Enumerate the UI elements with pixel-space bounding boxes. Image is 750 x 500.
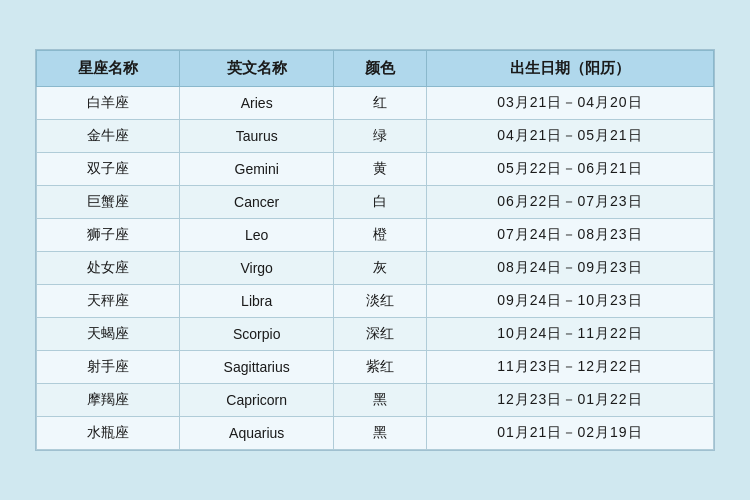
cell-zh-name: 天秤座 <box>37 285 180 318</box>
cell-zh-name: 狮子座 <box>37 219 180 252</box>
cell-date: 10月24日－11月22日 <box>426 318 713 351</box>
cell-zh-name: 双子座 <box>37 153 180 186</box>
table-row: 巨蟹座Cancer白06月22日－07月23日 <box>37 186 714 219</box>
cell-color: 淡红 <box>334 285 427 318</box>
table-header-row: 星座名称 英文名称 颜色 出生日期（阳历） <box>37 51 714 87</box>
cell-color: 白 <box>334 186 427 219</box>
cell-date: 11月23日－12月22日 <box>426 351 713 384</box>
cell-color: 橙 <box>334 219 427 252</box>
cell-color: 黑 <box>334 417 427 450</box>
cell-zh-name: 白羊座 <box>37 87 180 120</box>
table-row: 处女座Virgo灰08月24日－09月23日 <box>37 252 714 285</box>
table-row: 天秤座Libra淡红09月24日－10月23日 <box>37 285 714 318</box>
cell-zh-name: 射手座 <box>37 351 180 384</box>
cell-zh-name: 巨蟹座 <box>37 186 180 219</box>
table-row: 水瓶座Aquarius黑01月21日－02月19日 <box>37 417 714 450</box>
zodiac-table-container: 星座名称 英文名称 颜色 出生日期（阳历） 白羊座Aries红03月21日－04… <box>35 49 715 451</box>
cell-date: 12月23日－01月22日 <box>426 384 713 417</box>
cell-en-name: Capricorn <box>180 384 334 417</box>
cell-color: 红 <box>334 87 427 120</box>
table-row: 白羊座Aries红03月21日－04月20日 <box>37 87 714 120</box>
cell-color: 黄 <box>334 153 427 186</box>
cell-date: 06月22日－07月23日 <box>426 186 713 219</box>
cell-en-name: Virgo <box>180 252 334 285</box>
cell-date: 07月24日－08月23日 <box>426 219 713 252</box>
cell-en-name: Scorpio <box>180 318 334 351</box>
cell-en-name: Taurus <box>180 120 334 153</box>
cell-en-name: Aries <box>180 87 334 120</box>
cell-en-name: Sagittarius <box>180 351 334 384</box>
cell-color: 深红 <box>334 318 427 351</box>
header-zh-name: 星座名称 <box>37 51 180 87</box>
cell-zh-name: 水瓶座 <box>37 417 180 450</box>
table-row: 金牛座Taurus绿04月21日－05月21日 <box>37 120 714 153</box>
zodiac-table: 星座名称 英文名称 颜色 出生日期（阳历） 白羊座Aries红03月21日－04… <box>36 50 714 450</box>
cell-color: 灰 <box>334 252 427 285</box>
table-row: 双子座Gemini黄05月22日－06月21日 <box>37 153 714 186</box>
table-row: 天蝎座Scorpio深红10月24日－11月22日 <box>37 318 714 351</box>
cell-date: 08月24日－09月23日 <box>426 252 713 285</box>
table-row: 射手座Sagittarius紫红11月23日－12月22日 <box>37 351 714 384</box>
cell-color: 紫红 <box>334 351 427 384</box>
cell-color: 黑 <box>334 384 427 417</box>
cell-zh-name: 处女座 <box>37 252 180 285</box>
cell-en-name: Cancer <box>180 186 334 219</box>
cell-en-name: Libra <box>180 285 334 318</box>
header-en-name: 英文名称 <box>180 51 334 87</box>
cell-en-name: Aquarius <box>180 417 334 450</box>
cell-en-name: Leo <box>180 219 334 252</box>
cell-date: 09月24日－10月23日 <box>426 285 713 318</box>
cell-date: 05月22日－06月21日 <box>426 153 713 186</box>
table-row: 摩羯座Capricorn黑12月23日－01月22日 <box>37 384 714 417</box>
cell-date: 03月21日－04月20日 <box>426 87 713 120</box>
header-color: 颜色 <box>334 51 427 87</box>
cell-zh-name: 天蝎座 <box>37 318 180 351</box>
cell-zh-name: 摩羯座 <box>37 384 180 417</box>
cell-date: 01月21日－02月19日 <box>426 417 713 450</box>
table-row: 狮子座Leo橙07月24日－08月23日 <box>37 219 714 252</box>
header-date: 出生日期（阳历） <box>426 51 713 87</box>
cell-date: 04月21日－05月21日 <box>426 120 713 153</box>
cell-en-name: Gemini <box>180 153 334 186</box>
cell-color: 绿 <box>334 120 427 153</box>
cell-zh-name: 金牛座 <box>37 120 180 153</box>
